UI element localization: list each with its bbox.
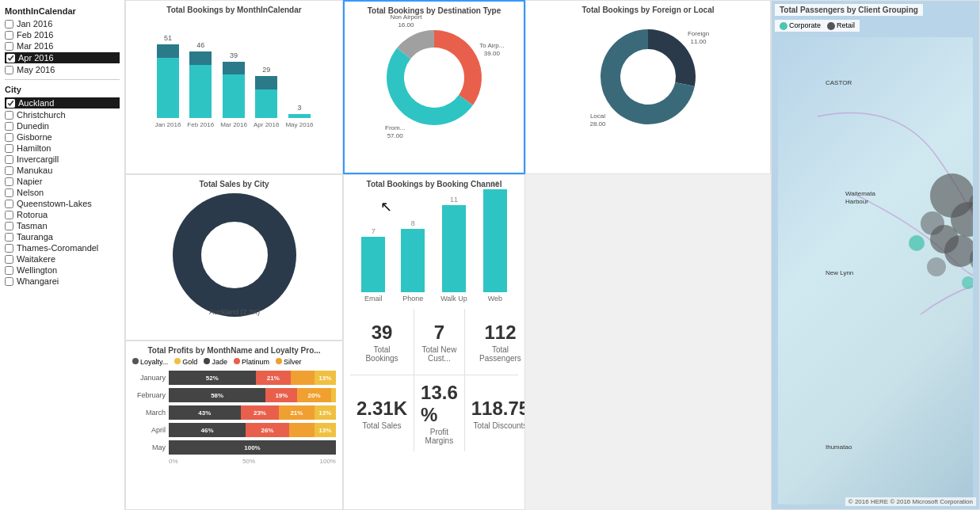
city-filter-item[interactable]: Napier	[5, 177, 120, 186]
city-filter-item[interactable]: Wellington	[5, 265, 120, 275]
bar-x-label: Jan 2016	[154, 121, 181, 128]
city-filter-item[interactable]: Auckland	[5, 97, 120, 108]
kpi-value: 13.6 %	[421, 382, 458, 426]
city-checkbox[interactable]	[5, 266, 13, 275]
channel-bar-item[interactable]: 8Phone	[401, 219, 425, 303]
month-filter-item[interactable]: Apr 2016	[5, 52, 120, 63]
channel-bar-item[interactable]: 11Walk Up	[440, 196, 467, 303]
month-bar-group[interactable]: 39Mar 2016	[220, 51, 247, 128]
month-bar-group[interactable]: 29Apr 2016	[254, 66, 279, 128]
bar-total-label: 51	[164, 34, 172, 42]
city-filter-item[interactable]: Gisborne	[5, 132, 120, 142]
city-checkbox[interactable]	[5, 277, 13, 286]
bar-stack	[288, 114, 311, 118]
city-checkbox[interactable]	[5, 122, 13, 131]
month-bar-group[interactable]: 46Feb 2016	[187, 41, 214, 128]
month-filter-item[interactable]: Jan 2016	[5, 19, 120, 29]
bar-segment-teal	[157, 58, 179, 118]
city-checkbox[interactable]	[5, 244, 13, 253]
city-filter-item[interactable]: Rotorua	[5, 210, 120, 219]
city-filter-item[interactable]: Waitakere	[5, 254, 120, 264]
city-filter-item[interactable]: Christchurch	[5, 110, 120, 120]
city-filter-title: City	[5, 85, 120, 94]
city-filter-item[interactable]: Nelson	[5, 188, 120, 197]
city-checkbox[interactable]	[5, 222, 13, 230]
map-label: Ihumatao	[826, 443, 852, 451]
profit-legend-item: Gold	[174, 358, 197, 366]
month-checkbox[interactable]	[6, 54, 15, 63]
city-checkbox[interactable]	[6, 99, 15, 108]
city-checkbox[interactable]	[5, 188, 13, 197]
map-bubble	[921, 211, 944, 235]
kpi-value: 2.31K	[357, 398, 407, 420]
city-checkbox[interactable]	[5, 233, 13, 242]
profit-seg: 58%	[169, 388, 265, 402]
city-filter-item[interactable]: Queenstown-Lakes	[5, 199, 120, 208]
kpi-value: 39	[372, 322, 393, 344]
month-bar-group[interactable]: 3May 2016	[285, 104, 313, 128]
month-filter-item[interactable]: May 2016	[5, 65, 120, 74]
city-filter-item[interactable]: Tasman	[5, 221, 120, 230]
channel-bar-value: 7	[372, 227, 376, 235]
profit-axis-label: 0%	[169, 458, 178, 465]
kpi-cell: 2.31KTotal Sales	[350, 375, 414, 451]
map-card: Total Passengers by Client Grouping Corp…	[771, 0, 980, 510]
bar-stack	[223, 62, 245, 118]
city-filter-item[interactable]: Invercargill	[5, 154, 120, 164]
legend-dot	[204, 358, 210, 364]
city-label: Thames-Coromandel	[17, 243, 98, 253]
donut-label: Non Airport	[390, 13, 422, 21]
city-checkbox[interactable]	[5, 211, 13, 219]
month-checkbox[interactable]	[5, 31, 13, 40]
profit-seg: 13%	[315, 405, 336, 420]
month-filter-item[interactable]: Mar 2016	[5, 41, 120, 51]
city-checkbox[interactable]	[5, 255, 13, 264]
donut-segment[interactable]	[434, 30, 482, 105]
city-donut-label: Auckland (2.3K)	[208, 308, 259, 316]
month-checkbox[interactable]	[5, 66, 13, 74]
donut-label: To Airp...	[479, 42, 504, 49]
kpi-cell: 118.75Total Discounts	[465, 375, 525, 451]
bar-x-label: May 2016	[285, 121, 313, 128]
city-checkbox[interactable]	[5, 144, 13, 153]
city-label: Nelson	[17, 188, 44, 197]
month-bar-group[interactable]: 51Jan 2016	[154, 34, 181, 128]
month-filter-item[interactable]: Feb 2016	[5, 30, 120, 40]
city-label: Christchurch	[17, 110, 66, 120]
city-label: Napier	[17, 177, 42, 186]
city-filter-item[interactable]: Dunedin	[5, 121, 120, 131]
map-label: Harbour	[845, 198, 868, 205]
city-checkbox[interactable]	[5, 133, 13, 142]
bar-segment-dark	[255, 76, 277, 89]
month-label: Jan 2016	[17, 19, 52, 29]
city-filter-item[interactable]: Tauranga	[5, 232, 120, 242]
month-checkbox[interactable]	[5, 20, 13, 29]
city-filter-item[interactable]: Hamilton	[5, 143, 120, 153]
channel-bar-rect	[483, 189, 507, 292]
city-label: Tasman	[17, 221, 48, 230]
city-filter-item[interactable]: Manukau	[5, 166, 120, 175]
bar-total-label: 29	[262, 66, 270, 74]
city-filter-item[interactable]: Thames-Coromandel	[5, 243, 120, 253]
destination-donut-container: To Airp...39.00From...57.00Non Airport16…	[351, 18, 517, 137]
profit-seg: 46%	[169, 423, 246, 437]
channel-bar-item[interactable]: 7Email	[361, 227, 385, 303]
channel-bar-item[interactable]: 13Web	[483, 180, 507, 303]
city-filter-item[interactable]: Whangarei	[5, 276, 120, 286]
total-sales-city-card: Total Sales by City Auckland (2.3K)	[125, 174, 343, 341]
channel-bar-value: 8	[411, 219, 415, 227]
city-checkbox[interactable]	[5, 200, 13, 208]
city-label: Invercargill	[17, 154, 59, 164]
bookings-foreign-local-card: Total Bookings by Foreign or Local Forei…	[525, 0, 771, 174]
city-checkbox[interactable]	[5, 155, 13, 164]
bar-total-label: 3	[297, 104, 301, 112]
svg-point-0	[187, 207, 282, 303]
month-checkbox[interactable]	[5, 42, 13, 51]
city-checkbox[interactable]	[5, 166, 13, 175]
month-label: Mar 2016	[17, 41, 53, 51]
city-checkbox[interactable]	[5, 177, 13, 186]
city-checkbox[interactable]	[5, 111, 13, 120]
bar-stack	[189, 51, 212, 118]
donut-segment[interactable]	[648, 29, 696, 86]
city-donut-svg: Auckland (2.3K)	[171, 192, 298, 318]
